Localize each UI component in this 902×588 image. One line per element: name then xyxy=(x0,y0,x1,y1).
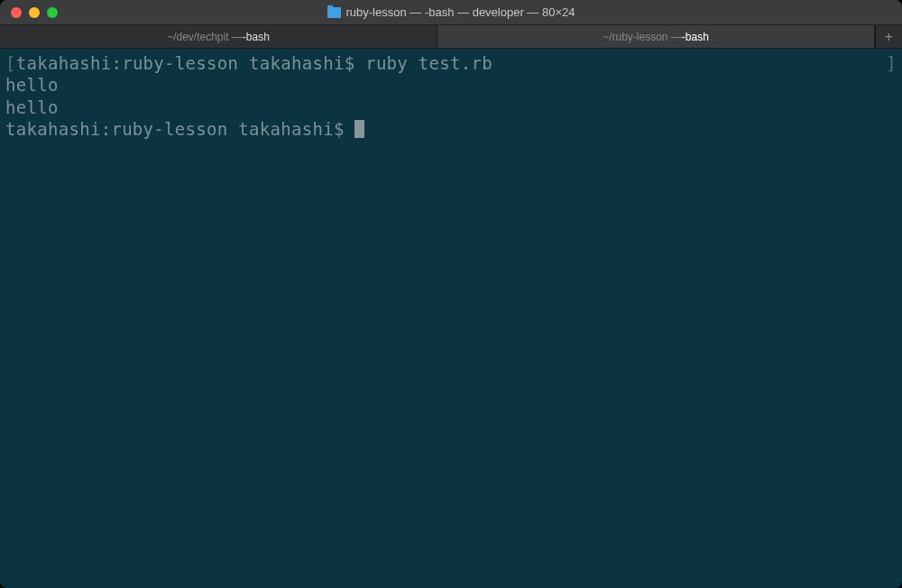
prompt: takahashi:ruby-lesson takahashi$ xyxy=(5,119,354,139)
close-button[interactable] xyxy=(11,7,22,18)
output-text: hello xyxy=(5,75,59,95)
window-title: ruby-lesson — -bash — developer — 80×24 xyxy=(346,5,575,19)
terminal-line: hello xyxy=(5,74,897,96)
window-title-container: ruby-lesson — -bash — developer — 80×24 xyxy=(0,5,902,19)
folder-icon xyxy=(327,7,341,18)
tab-path: ~/dev/techpit — xyxy=(167,31,243,43)
bracket-close: ] xyxy=(886,52,897,74)
output-text: hello xyxy=(5,97,59,117)
minimize-button[interactable] xyxy=(29,7,40,18)
tab-shell: -bash xyxy=(243,31,270,43)
terminal-line: hello xyxy=(5,96,897,118)
tab-bar: ~/dev/techpit — -bash ~/ruby-lesson — -b… xyxy=(0,25,902,49)
cursor xyxy=(354,120,364,138)
bracket-open: [ xyxy=(5,53,16,73)
tab-path: ~/ruby-lesson — xyxy=(603,31,682,43)
tab-ruby-lesson[interactable]: ~/ruby-lesson — -bash xyxy=(437,25,875,48)
tab-shell: -bash xyxy=(682,31,709,43)
terminal-line: [takahashi:ruby-lesson takahashi$ ruby t… xyxy=(5,52,897,74)
prompt: takahashi:ruby-lesson takahashi$ xyxy=(16,53,365,73)
tab-techpit[interactable]: ~/dev/techpit — -bash xyxy=(0,25,437,48)
titlebar[interactable]: ruby-lesson — -bash — developer — 80×24 xyxy=(0,0,902,25)
traffic-lights xyxy=(0,7,58,18)
terminal-line: takahashi:ruby-lesson takahashi$ xyxy=(5,118,897,140)
terminal-window: ruby-lesson — -bash — developer — 80×24 … xyxy=(0,0,902,588)
terminal-output[interactable]: [takahashi:ruby-lesson takahashi$ ruby t… xyxy=(0,49,902,588)
plus-icon: + xyxy=(885,29,893,45)
new-tab-button[interactable]: + xyxy=(875,25,902,48)
command-text: ruby test.rb xyxy=(365,53,492,73)
maximize-button[interactable] xyxy=(47,7,58,18)
